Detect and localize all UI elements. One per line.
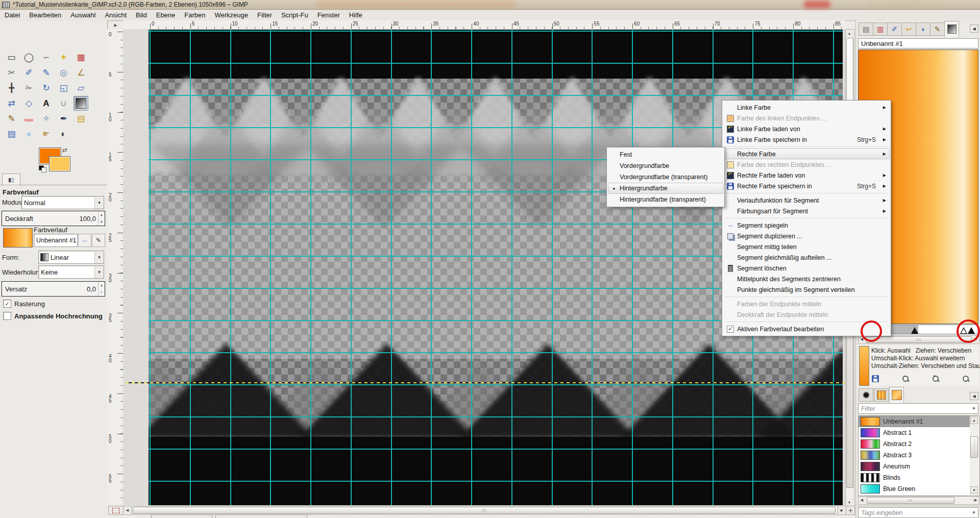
gradient-list-hscrollbar[interactable]: ◀ ▶ [858,496,979,505]
context-menu-item[interactable]: Deckkraft der Endpunkte mitteln [723,309,890,320]
rect-select-tool[interactable]: ▭ [4,50,19,65]
horizontal-scrollbar[interactable] [131,506,838,515]
scale-tool[interactable]: ◱ [56,81,71,95]
segment-endpoint-handle[interactable] [911,327,918,334]
edit-gradient-button[interactable]: ✎ [92,234,105,247]
context-menu-item[interactable]: Rechte Farbe laden von▶ [723,170,890,181]
context-menu-item[interactable]: Färbungsart für Segment▶ [723,206,890,216]
tab-brushes-dock[interactable] [859,388,873,402]
background-color-swatch[interactable] [49,156,70,171]
eraser-tool[interactable]: ▬ [21,111,36,126]
crop-tool[interactable]: ✁ [21,81,36,95]
select-by-color-tool[interactable]: ▦ [74,50,88,65]
context-menu-item[interactable]: Linke Farbe laden von▶ [723,124,890,134]
statusbar-zoom-select-cutoff[interactable] [215,514,307,518]
gradient-list-item[interactable]: Abstract 2 [859,438,970,450]
menu-auswahl[interactable]: Auswahl [66,10,100,20]
text-tool[interactable]: A [39,96,54,111]
context-menu-item[interactable]: Segment duplizieren ... [723,231,890,241]
ellipse-select-tool[interactable]: ◯ [21,50,36,65]
repeat-select[interactable]: Keine▼ [38,265,104,279]
tab-pointer[interactable]: ◗ [916,22,930,36]
gradient-preview-button[interactable] [3,228,33,248]
context-menu-item[interactable]: Punkte gleichmäßig im Segment verteilen [723,284,890,295]
color-picker-tool[interactable]: ✎ [39,65,54,80]
dithering-checkbox[interactable]: ✓ [3,300,11,308]
tab-undo-history[interactable]: ↩ [901,22,916,36]
statusbar-unit-select-cutoff[interactable] [151,514,212,518]
menu-ebene[interactable]: Ebene [152,10,180,20]
reverse-gradient-button[interactable]: ⇔ [78,234,91,247]
shear-tool[interactable]: ▱ [74,81,88,95]
menu-bearbeiten[interactable]: Bearbeiten [24,10,66,20]
opacity-spinner[interactable]: ▲▼ [98,211,105,226]
perspective-clone-tool[interactable]: ▤ [4,127,19,141]
bucket-fill-tool[interactable]: ∪ [56,96,71,111]
offset-slider[interactable]: Versatz 0,0 ▲▼ [2,281,105,297]
menu-werkzeuge[interactable]: Werkzeuge [210,10,253,20]
h-scroll-left-arrow[interactable]: ◀ [123,506,132,515]
move-tool[interactable]: ╋ [4,81,19,95]
gradient-list-item[interactable]: Abstract 1 [859,427,970,438]
offset-spinner[interactable]: ▲▼ [98,282,105,296]
submenu-item[interactable]: ●Hintergrundfarbe [608,183,723,194]
mode-select[interactable]: Normal▼ [21,196,104,209]
gradient-editor-name-field[interactable]: Unbenannt #1 [858,38,978,48]
zoom-fit-button[interactable] [960,374,972,384]
menu-ansicht[interactable]: Ansicht [100,10,131,20]
context-menu-item[interactable]: Segment gleichmäßig aufteilen ... [723,252,890,263]
clone-tool[interactable]: ▤ [74,111,88,126]
free-select-tool[interactable]: ∽ [39,50,54,65]
context-menu-item[interactable]: Rechte Farbe speichern inStrg+S▶ [723,181,890,191]
context-menu-item[interactable]: Linke Farbe▶ [723,102,890,113]
gradient-list-item[interactable]: Blue Green [859,483,970,495]
zoom-tool[interactable]: ◎ [56,65,71,80]
submenu-item[interactable]: Fest [608,149,723,160]
lower-dock-collapse-icon[interactable]: ◀ [970,392,978,400]
gradient-list-item[interactable]: Blinds [859,472,970,483]
context-menu-item[interactable]: Segment mittig teilen [723,241,890,252]
tab-paths[interactable]: ✐ [887,22,902,36]
context-menu-item[interactable]: Linke Farbe speichern inStrg+S▶ [723,134,890,145]
context-menu-item[interactable]: Verlaufsfunktion für Segment▶ [723,195,890,206]
menu-bild[interactable]: Bild [131,10,152,20]
quickmask-toggle[interactable] [108,506,124,515]
menu-farben[interactable]: Farben [180,10,210,20]
tab-gradients-dock[interactable] [889,387,904,403]
horizontal-ruler[interactable]: 0510152025303540455055606570758085 [123,20,845,30]
dock-collapse-icon[interactable]: ◀ [970,24,978,33]
menu-scriptfu[interactable]: Script-Fu [277,10,313,20]
zoom-in-button[interactable]: + [929,374,942,384]
menu-datei[interactable]: Datei [0,10,24,20]
context-menu-item[interactable]: Farbe des linken Endpunktes ... [723,113,890,124]
gradient-list-item[interactable]: Aneurism [859,461,970,472]
rotate-tool[interactable]: ↻ [39,81,54,95]
save-button[interactable] [869,374,881,384]
gradient-name-field[interactable]: Unbenannt #1 [34,234,78,247]
context-menu-item[interactable]: Segment löschen [723,263,890,274]
menu-filter[interactable]: Filter [253,10,277,20]
gradient-list-item[interactable]: Abstract 3 [859,450,970,461]
smudge-tool[interactable]: ☛ [39,127,54,141]
context-menu-item[interactable]: Farben der Endpunkte mitteln [723,299,890,309]
menu-hilfe[interactable]: Hilfe [345,10,367,20]
default-colors-icon[interactable] [39,165,46,172]
zoom-out-button[interactable]: − [899,374,912,384]
submenu-item[interactable]: Vordergrundfarbe (transparent) [608,171,723,183]
dodge-burn-tool[interactable]: ◐ [56,127,71,141]
scissors-tool[interactable]: ✂ [4,65,19,80]
blur-tool[interactable]: ● [21,127,36,141]
gradient-filter-input[interactable]: Filter▼ [858,403,978,414]
gradient-tool[interactable] [74,96,88,111]
canvas-navigation-button[interactable]: ✛ [846,506,855,515]
perspective-tool[interactable]: ◇ [21,96,36,111]
tags-input[interactable]: Tags eingeben▼ [858,507,978,518]
context-menu-item[interactable]: ⇔Segment spiegeln [723,220,890,231]
swap-colors-icon[interactable]: ⇄ [62,146,67,154]
supersampling-checkbox[interactable] [3,312,11,320]
context-menu-item[interactable]: Farbe des rechten Endpunktes ... [723,159,890,170]
fuzzy-select-tool[interactable]: ✦ [56,50,71,65]
tab-patterns-dock[interactable] [874,388,889,402]
opacity-slider[interactable]: Deckkraft 100,0 ▲▼ [2,211,105,226]
gradient-list-vscrollbar[interactable]: ▲ ▼ [970,416,978,495]
